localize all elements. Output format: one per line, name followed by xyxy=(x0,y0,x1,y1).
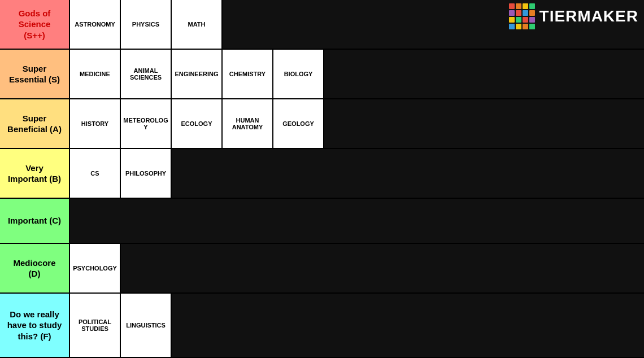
tier-items-c xyxy=(69,199,644,243)
tier-item[interactable]: ASTRONOMY xyxy=(70,0,121,49)
tier-label-c: Important (C) xyxy=(0,199,69,243)
tier-item[interactable]: POLITICAL STUDIES xyxy=(70,294,121,357)
tier-label-spp: Gods of Science (S++) xyxy=(0,0,69,49)
tier-label-s: Super Essential (S) xyxy=(0,50,69,98)
tier-item[interactable]: METEOROLOGY xyxy=(121,99,172,148)
tier-item[interactable]: HISTORY xyxy=(70,99,121,148)
tier-row-f: Do we really have to study this? (F)POLI… xyxy=(0,294,644,358)
tier-item[interactable]: ANIMAL SCIENCES xyxy=(121,50,172,98)
brand-logo: TiERMAKER xyxy=(509,3,638,29)
tier-items-b: CSPHILOSOPHY xyxy=(69,149,644,198)
tier-row-d: Mediocore (D)PSYCHOLOGY xyxy=(0,244,644,294)
tier-item[interactable]: ECOLOGY xyxy=(172,99,223,148)
tier-item[interactable]: MATH xyxy=(172,0,223,49)
tier-item[interactable]: CS xyxy=(70,149,121,198)
tier-row-s: Super Essential (S)MEDICINEANIMAL SCIENC… xyxy=(0,50,644,99)
tier-row-b: Very Important (B)CSPHILOSOPHY xyxy=(0,149,644,199)
tier-label-b: Very Important (B) xyxy=(0,149,69,198)
tier-list: Gods of Science (S++)ASTRONOMYPHYSICSMAT… xyxy=(0,0,644,358)
tier-label-f: Do we really have to study this? (F) xyxy=(0,294,69,357)
tier-items-a: HISTORYMETEOROLOGYECOLOGYHUMAN ANATOMYGE… xyxy=(69,99,644,148)
tier-row-c: Important (C) xyxy=(0,199,644,244)
tier-item[interactable]: PHYSICS xyxy=(121,0,172,49)
brand-name: TiERMAKER xyxy=(539,7,638,25)
tier-items-d: PSYCHOLOGY xyxy=(69,244,644,292)
tier-item[interactable]: ENGINEERING xyxy=(172,50,223,98)
tier-label-a: Super Beneficial (A) xyxy=(0,99,69,148)
tier-item[interactable]: GEOLOGY xyxy=(273,99,324,148)
tier-item[interactable]: CHEMISTRY xyxy=(223,50,273,98)
tier-item[interactable]: HUMAN ANATOMY xyxy=(223,99,273,148)
tier-item[interactable]: PHILOSOPHY xyxy=(121,149,172,198)
tier-item[interactable]: PSYCHOLOGY xyxy=(70,244,121,292)
tier-row-a: Super Beneficial (A)HISTORYMETEOROLOGYEC… xyxy=(0,99,644,149)
tier-item[interactable]: LINGUISTICS xyxy=(121,294,172,357)
logo-grid-icon xyxy=(509,3,535,29)
tier-item[interactable]: MEDICINE xyxy=(70,50,121,98)
tier-item[interactable]: BIOLOGY xyxy=(273,50,324,98)
tier-items-f: POLITICAL STUDIESLINGUISTICS xyxy=(69,294,644,357)
tier-items-s: MEDICINEANIMAL SCIENCESENGINEERINGCHEMIS… xyxy=(69,50,644,98)
tier-label-d: Mediocore (D) xyxy=(0,244,69,292)
app-container: TiERMAKER Gods of Science (S++)ASTRONOMY… xyxy=(0,0,644,358)
